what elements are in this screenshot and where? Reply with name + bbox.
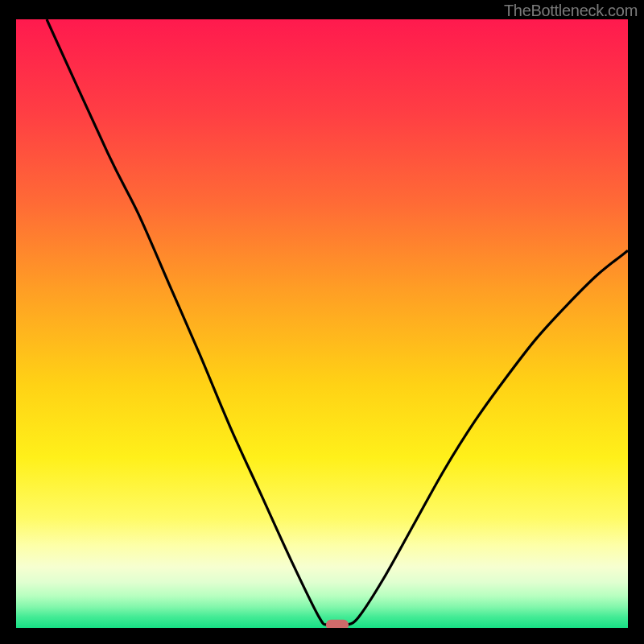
optimal-marker: [326, 620, 349, 628]
plot-area: [16, 19, 628, 628]
gradient-background: [16, 19, 628, 628]
chart-frame: TheBottleneck.com: [0, 0, 644, 644]
attribution-text: TheBottleneck.com: [504, 2, 638, 20]
plot-svg: [16, 19, 628, 628]
